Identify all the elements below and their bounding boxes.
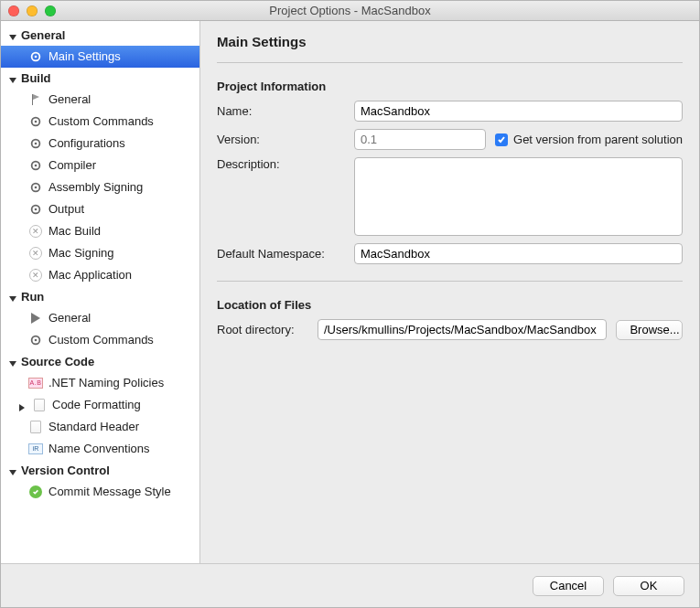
disabled-circle-icon: ✕: [28, 246, 43, 261]
svg-marker-20: [19, 404, 25, 411]
ok-button[interactable]: OK: [613, 576, 684, 596]
zoom-window-icon[interactable]: [45, 5, 56, 16]
cancel-button[interactable]: Cancel: [533, 576, 604, 596]
get-version-checkbox[interactable]: Get version from parent solution: [495, 133, 683, 146]
sidebar-item-label: Standard Header: [48, 419, 139, 435]
row-description: Description:: [217, 157, 683, 236]
sidebar: General Main Settings Build General: [1, 21, 200, 563]
sidebar-item-naming-policies[interactable]: A.B .NET Naming Policies: [1, 372, 199, 394]
sidebar-section-version-control[interactable]: Version Control: [1, 460, 199, 481]
sidebar-item-mac-signing[interactable]: ✕ Mac Signing: [1, 242, 199, 264]
browse-button[interactable]: Browse...: [616, 320, 683, 340]
content-pane: Main Settings Project Information Name: …: [200, 21, 699, 563]
divider: [217, 62, 683, 63]
label-version: Version:: [217, 133, 354, 146]
sidebar-item-label: Code Formatting: [52, 397, 141, 413]
disclosure-down-icon: [8, 74, 17, 83]
sidebar-item-label: Compiler: [48, 157, 96, 174]
gear-icon: [28, 114, 43, 129]
sidebar-item-custom-commands[interactable]: Custom Commands: [1, 111, 199, 133]
sidebar-section-run[interactable]: Run: [1, 286, 199, 307]
root-directory-input[interactable]: [318, 319, 607, 340]
sidebar-item-label: Mac Application: [48, 267, 132, 283]
svg-point-2: [35, 56, 38, 59]
sidebar-item-run-custom-commands[interactable]: Custom Commands: [1, 329, 199, 351]
sidebar-item-label: Output: [48, 201, 84, 218]
disclosure-right-icon: [17, 400, 27, 410]
sidebar-item-label: Mac Signing: [48, 245, 114, 261]
sidebar-item-label: General: [48, 91, 91, 108]
sidebar-item-run-general[interactable]: General: [1, 307, 199, 329]
sidebar-section-build[interactable]: Build: [1, 68, 199, 89]
sidebar-item-commit-message-style[interactable]: Commit Message Style: [1, 481, 199, 503]
svg-point-7: [35, 121, 38, 123]
sidebar-section-general[interactable]: General: [1, 25, 199, 46]
row-name: Name:: [217, 101, 683, 122]
sidebar-item-label: .NET Naming Policies: [48, 375, 164, 391]
label-description: Description:: [217, 157, 354, 171]
sidebar-item-main-settings[interactable]: Main Settings: [1, 46, 199, 68]
sidebar-item-label: General: [48, 310, 91, 326]
sidebar-item-code-formatting[interactable]: Code Formatting: [1, 394, 199, 416]
sidebar-section-label: Run: [21, 290, 44, 304]
row-root-directory: Root directory: Browse...: [217, 319, 683, 340]
titlebar: Project Options - MacSandbox: [1, 1, 699, 21]
default-namespace-input[interactable]: [354, 243, 683, 264]
sidebar-item-assembly-signing[interactable]: Assembly Signing: [1, 176, 199, 198]
sidebar-item-compiler[interactable]: Compiler: [1, 155, 199, 176]
svg-marker-19: [9, 361, 16, 367]
description-textarea[interactable]: [354, 157, 683, 236]
play-icon: [28, 311, 43, 325]
sidebar-item-configurations[interactable]: Configurations: [1, 133, 199, 155]
sidebar-section-label: Version Control: [21, 464, 110, 477]
sidebar-item-label: Main Settings: [48, 48, 121, 65]
minimize-window-icon[interactable]: [27, 5, 38, 16]
gear-icon: [28, 202, 43, 217]
sidebar-item-mac-application[interactable]: ✕ Mac Application: [1, 264, 199, 286]
sidebar-item-output[interactable]: Output: [1, 198, 199, 220]
svg-point-18: [35, 339, 38, 342]
sidebar-item-build-general[interactable]: General: [1, 89, 199, 111]
gear-icon: [28, 158, 43, 173]
disclosure-down-icon: [8, 357, 17, 367]
svg-marker-0: [9, 35, 16, 40]
label-name: Name:: [217, 104, 354, 118]
gear-icon: [28, 333, 43, 347]
sidebar-item-label: Commit Message Style: [48, 484, 171, 500]
flag-icon: [28, 92, 43, 107]
svg-point-9: [35, 143, 38, 145]
version-input: [354, 129, 486, 150]
label-root-directory: Root directory:: [217, 323, 318, 336]
svg-marker-16: [9, 296, 16, 302]
svg-marker-3: [9, 78, 16, 83]
document-icon: [28, 420, 43, 434]
checkbox-checked-icon: [495, 133, 508, 146]
svg-marker-5: [33, 94, 39, 100]
page-title: Main Settings: [217, 34, 683, 49]
sidebar-item-label: Custom Commands: [48, 332, 154, 348]
svg-marker-21: [9, 470, 16, 475]
gear-icon: [28, 49, 43, 64]
sidebar-item-mac-build[interactable]: ✕ Mac Build: [1, 220, 199, 242]
sidebar-item-label: Assembly Signing: [48, 179, 143, 196]
section-title-project-info: Project Information: [217, 80, 683, 93]
gear-icon: [28, 180, 43, 195]
name-input[interactable]: [354, 101, 683, 122]
row-version: Version: Get version from parent solutio…: [217, 129, 683, 150]
svg-point-15: [35, 208, 38, 211]
sidebar-item-standard-header[interactable]: Standard Header: [1, 416, 199, 438]
gear-icon: [28, 136, 43, 151]
label-default-namespace: Default Namespace:: [217, 247, 354, 261]
close-window-icon[interactable]: [8, 5, 19, 16]
sidebar-section-label: Source Code: [21, 355, 94, 368]
footer: Cancel OK: [1, 563, 699, 607]
window: Project Options - MacSandbox General Mai…: [0, 0, 700, 608]
sidebar-item-name-conventions[interactable]: iR Name Conventions: [1, 438, 199, 460]
sidebar-item-label: Configurations: [48, 135, 125, 152]
ab-icon: A.B: [28, 376, 43, 390]
body: General Main Settings Build General: [1, 21, 699, 563]
sidebar-item-label: Mac Build: [48, 223, 101, 240]
window-title: Project Options - MacSandbox: [1, 4, 699, 17]
row-default-namespace: Default Namespace:: [217, 243, 683, 264]
sidebar-section-source-code[interactable]: Source Code: [1, 351, 199, 372]
